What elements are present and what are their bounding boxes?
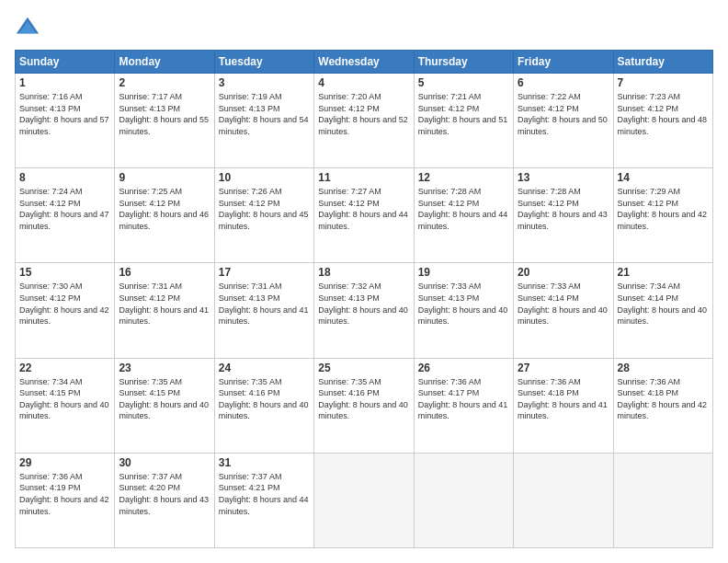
day-info: Sunrise: 7:22 AM Sunset: 4:12 PM Dayligh… (518, 91, 609, 137)
calendar-cell: 23 Sunrise: 7:35 AM Sunset: 4:15 PM Dayl… (115, 358, 214, 453)
day-number: 1 (19, 76, 110, 89)
calendar-cell: 10 Sunrise: 7:26 AM Sunset: 4:12 PM Dayl… (214, 168, 313, 263)
day-info: Sunrise: 7:16 AM Sunset: 4:13 PM Dayligh… (19, 91, 110, 137)
day-info: Sunrise: 7:35 AM Sunset: 4:15 PM Dayligh… (119, 376, 210, 422)
day-info: Sunrise: 7:23 AM Sunset: 4:12 PM Dayligh… (618, 91, 709, 137)
sunset-label: Sunset: 4:21 PM (219, 483, 280, 492)
day-number: 28 (618, 362, 709, 374)
sunrise-label: Sunrise: 7:36 AM (19, 472, 83, 481)
calendar-cell: 30 Sunrise: 7:37 AM Sunset: 4:20 PM Dayl… (115, 453, 214, 547)
day-info: Sunrise: 7:33 AM Sunset: 4:13 PM Dayligh… (418, 281, 509, 327)
calendar-cell: 12 Sunrise: 7:28 AM Sunset: 4:12 PM Dayl… (414, 168, 513, 263)
logo-icon (15, 15, 40, 40)
daylight-label: Daylight: 8 hours and 41 minutes. (119, 305, 209, 327)
day-number: 30 (119, 456, 210, 469)
calendar-cell: 13 Sunrise: 7:28 AM Sunset: 4:12 PM Dayl… (514, 168, 613, 263)
day-number: 5 (418, 76, 509, 89)
sunset-label: Sunset: 4:18 PM (618, 388, 679, 397)
day-info: Sunrise: 7:31 AM Sunset: 4:13 PM Dayligh… (219, 281, 310, 327)
daylight-label: Daylight: 8 hours and 57 minutes. (19, 115, 109, 136)
page: Sunday Monday Tuesday Wednesday Thursday… (0, 0, 728, 563)
day-number: 2 (119, 76, 210, 89)
day-number: 11 (318, 171, 409, 184)
day-number: 27 (518, 362, 609, 374)
day-number: 14 (618, 171, 709, 184)
sunrise-label: Sunrise: 7:36 AM (518, 377, 581, 386)
sunrise-label: Sunrise: 7:35 AM (119, 377, 182, 386)
daylight-label: Daylight: 8 hours and 45 minutes. (219, 210, 309, 231)
sunset-label: Sunset: 4:14 PM (618, 293, 679, 303)
calendar-cell: 26 Sunrise: 7:36 AM Sunset: 4:17 PM Dayl… (414, 358, 513, 453)
daylight-label: Daylight: 8 hours and 40 minutes. (219, 400, 309, 421)
daylight-label: Daylight: 8 hours and 40 minutes. (119, 400, 209, 421)
sunset-label: Sunset: 4:14 PM (518, 293, 579, 303)
calendar-cell: 4 Sunrise: 7:20 AM Sunset: 4:12 PM Dayli… (314, 74, 414, 168)
sunset-label: Sunset: 4:12 PM (518, 104, 579, 113)
calendar-cell: 27 Sunrise: 7:36 AM Sunset: 4:18 PM Dayl… (514, 358, 613, 453)
calendar-cell: 9 Sunrise: 7:25 AM Sunset: 4:12 PM Dayli… (115, 168, 214, 263)
sunset-label: Sunset: 4:13 PM (318, 293, 380, 303)
calendar-cell: 14 Sunrise: 7:29 AM Sunset: 4:12 PM Dayl… (613, 168, 712, 263)
daylight-label: Daylight: 8 hours and 42 minutes. (19, 305, 109, 327)
daylight-label: Daylight: 8 hours and 40 minutes. (19, 400, 109, 421)
daylight-label: Daylight: 8 hours and 44 minutes. (219, 495, 309, 516)
daylight-label: Daylight: 8 hours and 47 minutes. (19, 210, 109, 231)
sunrise-label: Sunrise: 7:22 AM (518, 92, 581, 101)
sunset-label: Sunset: 4:16 PM (318, 388, 380, 397)
sunset-label: Sunset: 4:13 PM (219, 104, 280, 113)
day-info: Sunrise: 7:37 AM Sunset: 4:21 PM Dayligh… (219, 471, 310, 517)
sunrise-label: Sunrise: 7:16 AM (19, 92, 83, 101)
col-saturday: Saturday (613, 51, 712, 74)
daylight-label: Daylight: 8 hours and 42 minutes. (618, 210, 708, 231)
calendar-cell: 7 Sunrise: 7:23 AM Sunset: 4:12 PM Dayli… (613, 74, 712, 168)
calendar-cell (514, 453, 613, 547)
day-number: 17 (219, 266, 310, 279)
calendar-cell (314, 453, 414, 547)
daylight-label: Daylight: 8 hours and 43 minutes. (119, 495, 209, 516)
sunrise-label: Sunrise: 7:20 AM (318, 92, 381, 101)
day-number: 29 (19, 456, 110, 469)
daylight-label: Daylight: 8 hours and 42 minutes. (618, 400, 708, 421)
day-number: 23 (119, 362, 210, 374)
calendar-cell: 6 Sunrise: 7:22 AM Sunset: 4:12 PM Dayli… (514, 74, 613, 168)
day-info: Sunrise: 7:29 AM Sunset: 4:12 PM Dayligh… (618, 186, 709, 232)
sunrise-label: Sunrise: 7:34 AM (19, 377, 83, 386)
sunrise-label: Sunrise: 7:27 AM (318, 187, 381, 196)
daylight-label: Daylight: 8 hours and 40 minutes. (418, 305, 508, 327)
sunrise-label: Sunrise: 7:35 AM (318, 377, 381, 386)
sunrise-label: Sunrise: 7:35 AM (219, 377, 282, 386)
sunset-label: Sunset: 4:12 PM (19, 199, 81, 208)
day-number: 8 (19, 171, 110, 184)
sunrise-label: Sunrise: 7:36 AM (618, 377, 681, 386)
sunrise-label: Sunrise: 7:30 AM (19, 282, 83, 291)
sunrise-label: Sunrise: 7:33 AM (418, 282, 482, 291)
day-info: Sunrise: 7:36 AM Sunset: 4:18 PM Dayligh… (518, 376, 609, 422)
day-number: 12 (418, 171, 509, 184)
sunrise-label: Sunrise: 7:33 AM (518, 282, 581, 291)
calendar-week-row: 8 Sunrise: 7:24 AM Sunset: 4:12 PM Dayli… (16, 168, 713, 263)
sunset-label: Sunset: 4:12 PM (418, 104, 480, 113)
calendar-cell: 18 Sunrise: 7:32 AM Sunset: 4:13 PM Dayl… (314, 263, 414, 358)
calendar-cell: 20 Sunrise: 7:33 AM Sunset: 4:14 PM Dayl… (514, 263, 613, 358)
sunrise-label: Sunrise: 7:24 AM (19, 187, 83, 196)
daylight-label: Daylight: 8 hours and 48 minutes. (618, 115, 708, 136)
sunset-label: Sunset: 4:12 PM (119, 199, 180, 208)
sunset-label: Sunset: 4:12 PM (618, 104, 679, 113)
day-number: 25 (318, 362, 409, 374)
col-thursday: Thursday (414, 51, 513, 74)
calendar-cell: 17 Sunrise: 7:31 AM Sunset: 4:13 PM Dayl… (214, 263, 313, 358)
day-number: 6 (518, 76, 609, 89)
sunrise-label: Sunrise: 7:23 AM (618, 92, 681, 101)
calendar-cell: 29 Sunrise: 7:36 AM Sunset: 4:19 PM Dayl… (16, 453, 115, 547)
logo (15, 15, 44, 40)
calendar-cell: 5 Sunrise: 7:21 AM Sunset: 4:12 PM Dayli… (414, 74, 513, 168)
col-friday: Friday (514, 51, 613, 74)
day-number: 4 (318, 76, 409, 89)
sunset-label: Sunset: 4:15 PM (19, 388, 81, 397)
header (15, 15, 713, 40)
day-info: Sunrise: 7:35 AM Sunset: 4:16 PM Dayligh… (318, 376, 409, 422)
calendar-table: Sunday Monday Tuesday Wednesday Thursday… (15, 50, 713, 548)
sunrise-label: Sunrise: 7:17 AM (119, 92, 182, 101)
sunset-label: Sunset: 4:17 PM (418, 388, 480, 397)
day-info: Sunrise: 7:25 AM Sunset: 4:12 PM Dayligh… (119, 186, 210, 232)
